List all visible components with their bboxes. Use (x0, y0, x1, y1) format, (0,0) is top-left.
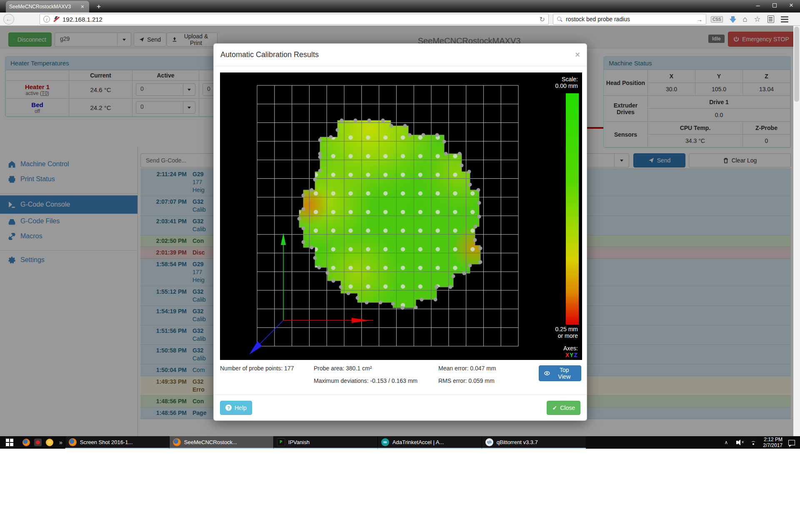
reload-icon[interactable]: ↻ (540, 15, 545, 23)
window-minimize-button[interactable]: ─ (752, 2, 763, 9)
search-input[interactable] (566, 16, 693, 22)
mean-error-stat: Mean error: 0.047 mm (438, 365, 496, 372)
browser-tab[interactable]: SeeMeCNCRostockMAXV3 × (6, 1, 89, 12)
tab-title: SeeMeCNCRostockMAXV3 (9, 4, 79, 10)
new-tab-button[interactable]: + (93, 2, 104, 11)
search-bar[interactable]: → (553, 14, 706, 25)
window-maximize-button[interactable] (769, 2, 780, 9)
scale-legend: Scale: 0.00 mm (532, 76, 578, 89)
volume-muted-icon[interactable]: × (736, 440, 744, 445)
screenshot-padding (0, 449, 800, 532)
url-bar[interactable]: i 192.168.1.212 ↻ (40, 14, 549, 25)
window-close-button[interactable]: × (786, 1, 797, 10)
taskbar-button-ipvanish[interactable]: P IPVanish (273, 436, 378, 449)
search-icon (557, 16, 562, 22)
ipvanish-icon: P (277, 438, 285, 446)
modal-close-button[interactable]: ✓ Close (547, 401, 580, 415)
heightmap-plot (220, 72, 582, 360)
check-icon: ✓ (552, 405, 557, 411)
scale-min-label: 0.25 mm (532, 326, 578, 332)
firefox-icon (173, 438, 181, 446)
qbittorrent-icon: qb (485, 438, 493, 446)
heightmap-canvas[interactable]: Scale: 0.00 mm 0.25 mm or more Axes: XYZ (220, 72, 582, 360)
max-deviations-stat: Maximum deviations: -0.153 / 0.163 mm (314, 377, 418, 384)
css-toggle-icon[interactable]: CSS (711, 16, 723, 22)
probe-points-stat: Number of probe points: 177 (220, 365, 294, 372)
action-center-icon[interactable] (788, 440, 795, 445)
screen: SeeMeCNCRostockMAXV3 × + ─ × ← i 192.168… (0, 0, 800, 532)
wifi-icon[interactable] (750, 440, 757, 445)
arduino-icon: ∞ (381, 438, 389, 446)
rms-error-stat: RMS error: 0.059 mm (438, 377, 495, 384)
scale-max-label: 0.00 mm (532, 82, 578, 89)
app-viewport: Disconnect g29 Send Upload & Print SeeMe… (0, 26, 800, 436)
question-icon: ? (225, 405, 232, 411)
tab-close-icon[interactable]: × (79, 3, 86, 10)
scale-bottom-labels: 0.25 mm or more Axes: XYZ (532, 326, 578, 358)
modal-title: Automatic Calibration Results (220, 50, 319, 59)
menu-icon[interactable] (781, 16, 788, 22)
page-scrollbar[interactable] (793, 26, 800, 436)
modal-close-icon[interactable]: × (575, 50, 580, 60)
plugin-blocked-icon[interactable] (53, 16, 59, 22)
clipboard-icon[interactable] (768, 15, 774, 23)
site-info-icon[interactable]: i (43, 16, 50, 22)
downloads-icon[interactable] (730, 19, 736, 23)
back-button[interactable]: ← (3, 14, 14, 25)
help-button[interactable]: ? Help (220, 401, 252, 415)
clock[interactable]: 2:12 PM 2/7/2017 (763, 437, 782, 448)
quicklaunch-firefox-icon[interactable] (22, 439, 30, 446)
url-text[interactable]: 192.168.1.212 (62, 16, 536, 23)
search-go-icon[interactable]: → (696, 16, 702, 23)
taskbar-button-seemecnc[interactable]: SeeMeCNCRostock... (169, 436, 273, 449)
taskbar-button-qbittorrent[interactable]: qb qBittorrent v3.3.7 (482, 436, 586, 449)
taskbar-button-screenshot[interactable]: Screen Shot 2016-1... (65, 436, 169, 449)
windows-logo-icon (6, 439, 13, 446)
bookmark-star-icon[interactable]: ☆ (754, 14, 760, 25)
scale-gradient-bar (566, 93, 579, 325)
browser-titlebar: SeeMeCNCRostockMAXV3 × + ─ × (0, 0, 800, 12)
home-icon[interactable]: ⌂ (743, 14, 748, 25)
quicklaunch-overflow-chevron[interactable]: » (57, 436, 65, 449)
taskbar: » Screen Shot 2016-1... SeeMeCNCRostock.… (0, 436, 800, 449)
taskbar-button-adatrinket[interactable]: ∞ AdaTrinketAccel | A... (378, 436, 482, 449)
browser-navbar: ← i 192.168.1.212 ↻ → CSS ⌂ ☆ (0, 12, 800, 26)
eye-icon (544, 370, 550, 376)
probe-area-stat: Probe area: 380.1 cm² (314, 365, 372, 372)
calibration-modal: Automatic Calibration Results × (213, 43, 587, 421)
hidden-icons-chevron[interactable]: ∧ (722, 440, 730, 445)
firefox-icon (69, 438, 77, 446)
quicklaunch-app2-icon[interactable] (34, 439, 42, 446)
top-view-button[interactable]: Top View (539, 365, 581, 381)
quicklaunch-app3-icon[interactable] (46, 439, 53, 446)
start-button[interactable] (0, 436, 19, 449)
